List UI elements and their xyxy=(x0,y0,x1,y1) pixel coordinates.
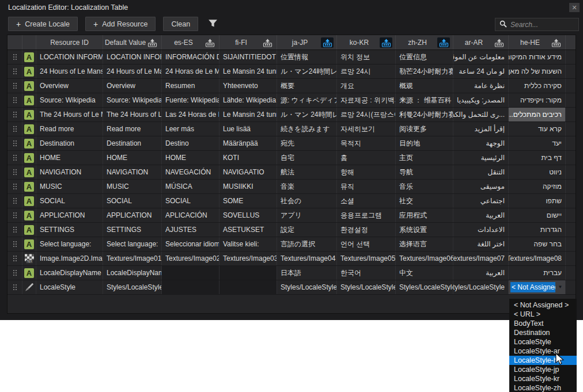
cell-es_es[interactable]: SOCIAL xyxy=(162,194,219,208)
cell-zh_zh[interactable]: 阅读更多 xyxy=(396,122,453,136)
cell-zh_zh[interactable]: 勒芒24小时耐力赛 xyxy=(396,64,453,78)
cell-es_es[interactable]: INFORMACIÓN DE xyxy=(162,50,219,64)
column-header-zh_zh[interactable]: zh-ZH xyxy=(396,35,453,50)
cell-es_es[interactable]: APLICACIÓN xyxy=(162,208,219,222)
cell-ar_ar[interactable]: لو مان 24 ساعة xyxy=(453,64,509,78)
cell-ko_kr[interactable]: 위치 정보 xyxy=(337,50,396,64)
drag-handle[interactable] xyxy=(7,280,22,294)
cell-ko_kr[interactable]: 환경설정 xyxy=(337,223,396,237)
cell-resource_id[interactable]: LOCATION INFORMATION xyxy=(36,50,103,64)
cell-zh_zh[interactable]: 主页 xyxy=(396,151,453,165)
cell-fi_fi[interactable]: Le Mansin 24 tunnin xyxy=(219,108,277,121)
dropdown-item[interactable]: LocaleStyle-jp xyxy=(509,365,577,374)
dropdown-item[interactable]: LocaleStyle-he xyxy=(509,356,577,365)
cell-he_he[interactable]: עברית xyxy=(509,266,566,280)
drag-handle[interactable] xyxy=(7,165,22,179)
column-header-resource_id[interactable]: Resource ID xyxy=(36,35,103,50)
filter-button[interactable] xyxy=(206,17,220,31)
cell-fi_fi[interactable]: Valitse kieli: xyxy=(219,237,277,251)
cell-default_value[interactable]: Overview xyxy=(103,79,162,93)
search-input[interactable] xyxy=(510,21,574,29)
cell-resource_id[interactable]: LocaleDisplayName xyxy=(36,266,103,280)
cell-zh_zh[interactable]: 社交 xyxy=(396,194,453,208)
translation-sync-icon[interactable] xyxy=(146,37,158,48)
cell-resource_id[interactable]: Select language: xyxy=(36,237,103,251)
cell-default_value[interactable]: NAVIGATION xyxy=(103,165,162,179)
cell-default_value[interactable]: APPLICATION xyxy=(103,208,162,222)
cell-default_value[interactable]: LOCATION INFORMATION xyxy=(103,50,162,64)
cell-zh_zh[interactable]: Textures/Image06 xyxy=(396,252,453,265)
cell-he_he[interactable]: מקור: ויקיפדיה xyxy=(509,93,566,107)
cell-default_value[interactable]: Select language: xyxy=(103,237,162,251)
search-box[interactable] xyxy=(495,18,579,31)
cell-ja_jp[interactable]: 続きを読みます xyxy=(277,122,337,136)
cell-fi_fi[interactable]: SOME xyxy=(219,194,277,208)
drag-handle[interactable] xyxy=(7,64,22,78)
dropdown-item[interactable]: Destination xyxy=(509,328,577,337)
cell-default_value[interactable]: SETTINGS xyxy=(103,223,162,237)
cell-ar_ar[interactable]: إقرأ المزيد xyxy=(453,122,509,136)
translation-sync-icon[interactable] xyxy=(321,37,334,48)
cell-ko_kr[interactable]: 르망 24시 xyxy=(337,64,396,78)
cell-zh_zh[interactable]: 概观 xyxy=(396,79,453,93)
cell-ja_jp[interactable]: 設定 xyxy=(277,223,337,237)
cell-he_he[interactable]: מידע אודות המיקום xyxy=(509,50,566,64)
cell-es_es[interactable] xyxy=(162,266,219,280)
translation-sync-icon[interactable] xyxy=(493,37,505,48)
cell-fi_fi[interactable]: SIJAINTITIEDOT xyxy=(219,50,277,64)
cell-ja_jp[interactable]: Textures/Image04 xyxy=(277,252,337,265)
cell-zh_zh[interactable]: 导航 xyxy=(396,165,453,179)
cell-ja_jp[interactable]: 位置情報 xyxy=(277,50,337,64)
cell-he_he[interactable]: שתפו xyxy=(509,194,566,208)
column-header-he_he[interactable]: he-HE xyxy=(509,35,566,50)
cell-ko_kr[interactable]: 뮤직 xyxy=(337,180,396,193)
cell-zh_zh[interactable]: 中文 xyxy=(396,266,453,280)
cell-ko_kr[interactable]: 목적지 xyxy=(337,136,396,150)
cell-resource_id[interactable]: Read more xyxy=(36,122,103,136)
drag-handle[interactable] xyxy=(7,208,22,222)
cell-fi_fi[interactable]: MUSIIKKI xyxy=(219,180,277,193)
drag-handle[interactable] xyxy=(7,79,22,93)
cell-zh_zh[interactable]: 系统设置 xyxy=(396,223,453,237)
cell-he_he[interactable]: Textures/Image08 xyxy=(509,252,566,265)
cell-resource_id[interactable]: LocaleStyle xyxy=(36,280,103,294)
cell-resource_id[interactable]: The 24 Hours of Le Mans xyxy=(36,108,103,121)
cell-fi_fi[interactable] xyxy=(219,266,277,280)
column-header-ar_ar[interactable]: ar-AR xyxy=(453,35,509,50)
column-header-es_es[interactable]: es-ES xyxy=(162,35,219,50)
cell-ja_jp[interactable]: 言語の選択 xyxy=(277,237,337,251)
drag-handle[interactable] xyxy=(7,93,22,107)
cell-resource_id[interactable]: SOCIAL xyxy=(36,194,103,208)
dropdown-item[interactable]: BodyText xyxy=(509,319,577,328)
cell-ja_jp[interactable]: 概要 xyxy=(277,79,337,93)
cell-default_value[interactable]: The 24 Hours of Le Mans xyxy=(103,108,162,121)
cell-ja_jp[interactable]: ル・マン24時間レース xyxy=(277,64,337,78)
translation-sync-icon[interactable] xyxy=(550,37,562,48)
drag-handle[interactable] xyxy=(7,108,22,121)
cell-ar_ar[interactable]: المصدر: ويكيبيديا xyxy=(453,93,509,107)
translation-sync-icon[interactable] xyxy=(437,37,450,48)
cell-resource_id[interactable]: HOME xyxy=(36,151,103,165)
cell-he_he[interactable]: יעד xyxy=(509,136,566,150)
drag-handle[interactable] xyxy=(7,122,22,136)
cell-he_he[interactable]: ניווט xyxy=(509,165,566,179)
column-header-ko_kr[interactable]: ko-KR xyxy=(337,35,396,50)
cell-default_value[interactable]: LocaleDisplayName xyxy=(103,266,162,280)
cell-ar_ar[interactable]: التنقل xyxy=(453,165,509,179)
cell-resource_id[interactable]: MUSIC xyxy=(36,180,103,193)
drag-handle[interactable] xyxy=(7,266,22,280)
cell-resource_id[interactable]: Image.Image2D.Image xyxy=(36,252,103,265)
cell-ar_ar[interactable]: Textures/Image07 xyxy=(453,252,509,265)
cell-resource_id[interactable]: NAVIGATION xyxy=(36,165,103,179)
drag-handle[interactable] xyxy=(7,180,22,193)
drag-handle[interactable] xyxy=(7,50,22,64)
cell-ar_ar[interactable]: Styles/LocaleStyle xyxy=(453,280,509,294)
column-header-fi_fi[interactable]: fi-FI xyxy=(219,35,277,50)
cell-es_es[interactable]: NAVEGACIÓN xyxy=(162,165,219,179)
cell-resource_id[interactable]: Overview xyxy=(36,79,103,93)
cell-ko_kr[interactable]: 응용프로그램 xyxy=(337,208,396,222)
cell-ja_jp[interactable]: 宛先 xyxy=(277,136,337,150)
cell-es_es[interactable]: 24 Horas de Le Mans xyxy=(162,64,219,78)
cell-fi_fi[interactable]: Lähde: Wikipedia xyxy=(219,93,277,107)
column-header-ja_jp[interactable]: ja-JP xyxy=(277,35,337,50)
